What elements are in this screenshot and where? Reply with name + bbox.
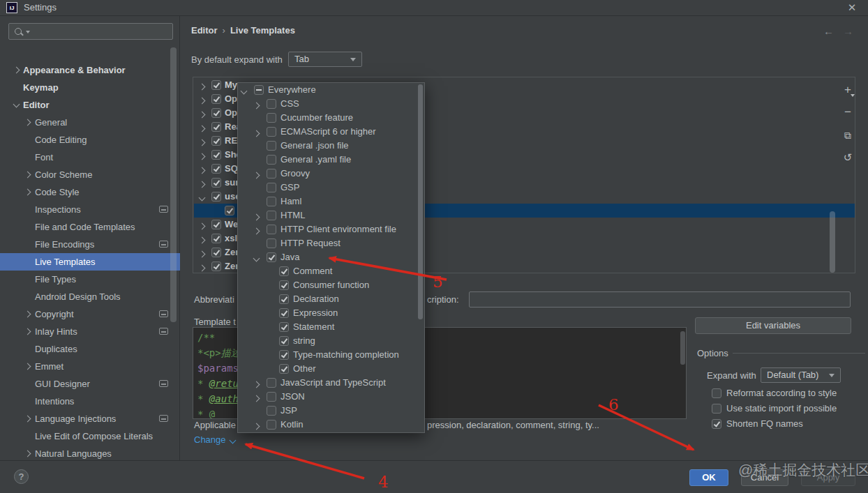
context-checkbox[interactable] bbox=[279, 308, 289, 318]
chevron-right-icon[interactable] bbox=[24, 172, 31, 179]
context-item-everywhere[interactable]: Everywhere bbox=[238, 83, 424, 97]
context-item-jsp[interactable]: JSP bbox=[238, 404, 424, 418]
expand-with-dropdown[interactable]: Default (Tab) bbox=[761, 367, 841, 383]
sidebar-item-general[interactable]: General bbox=[0, 114, 180, 131]
context-item-other[interactable]: Other bbox=[238, 362, 424, 376]
sidebar-item-code-editing[interactable]: Code Editing bbox=[0, 131, 180, 149]
chevron-right-icon[interactable] bbox=[24, 189, 31, 196]
back-arrow-icon[interactable]: ← bbox=[823, 25, 837, 38]
sidebar-item-file-encodings[interactable]: File Encodings bbox=[0, 236, 180, 253]
context-item-css[interactable]: CSS bbox=[238, 97, 424, 111]
context-checkbox[interactable] bbox=[267, 127, 276, 137]
chevron-down-icon[interactable] bbox=[241, 88, 248, 95]
context-checkbox[interactable] bbox=[267, 155, 276, 165]
context-item-cucumber-feature[interactable]: Cucumber feature bbox=[238, 111, 424, 125]
context-item-type-matching-completion[interactable]: Type-matching completion bbox=[238, 348, 424, 362]
close-icon[interactable]: ✕ bbox=[844, 1, 860, 15]
template-checkbox[interactable] bbox=[211, 94, 221, 104]
context-checkbox[interactable] bbox=[267, 113, 276, 123]
context-checkbox[interactable] bbox=[267, 252, 276, 262]
help-button[interactable]: ? bbox=[14, 469, 29, 484]
context-item-json[interactable]: JSON bbox=[238, 390, 424, 404]
template-checkbox[interactable] bbox=[211, 192, 221, 202]
context-checkbox[interactable] bbox=[267, 406, 276, 416]
context-checkbox[interactable] bbox=[267, 183, 276, 192]
chevron-right-icon[interactable] bbox=[199, 223, 206, 230]
template-checkbox[interactable] bbox=[211, 108, 221, 118]
context-item-general-json-file[interactable]: General .json file bbox=[238, 139, 424, 153]
apply-button[interactable]: Apply bbox=[801, 469, 855, 486]
sidebar-item-emmet[interactable]: Emmet bbox=[0, 358, 180, 375]
template-checkbox[interactable] bbox=[211, 220, 221, 229]
chevron-right-icon[interactable] bbox=[199, 98, 206, 105]
chevron-right-icon[interactable] bbox=[24, 311, 31, 318]
chevron-right-icon[interactable] bbox=[199, 139, 206, 146]
chevron-right-icon[interactable] bbox=[253, 228, 260, 235]
context-checkbox[interactable] bbox=[267, 141, 276, 151]
template-checkbox[interactable] bbox=[211, 178, 221, 188]
popup-scrollbar[interactable] bbox=[418, 84, 423, 319]
chevron-right-icon[interactable] bbox=[253, 103, 260, 109]
sidebar-item-appearance-behavior[interactable]: Appearance & Behavior bbox=[0, 61, 180, 79]
chevron-right-icon[interactable] bbox=[24, 328, 31, 335]
sidebar-item-copyright[interactable]: Copyright bbox=[0, 305, 180, 323]
chevron-down-icon[interactable] bbox=[13, 101, 20, 108]
chevron-right-icon[interactable] bbox=[13, 67, 20, 74]
sidebar-item-gui-designer[interactable]: GUI Designer bbox=[0, 375, 180, 393]
context-item-html[interactable]: HTML bbox=[238, 208, 424, 222]
context-checkbox[interactable] bbox=[279, 350, 289, 360]
context-checkbox[interactable] bbox=[279, 294, 289, 304]
chevron-right-icon[interactable] bbox=[199, 112, 206, 119]
chevron-right-icon[interactable] bbox=[24, 450, 31, 457]
context-item-kotlin[interactable]: Kotlin bbox=[238, 418, 424, 432]
template-checkbox[interactable] bbox=[211, 80, 221, 90]
chevron-right-icon[interactable] bbox=[199, 265, 206, 272]
chevron-right-icon[interactable] bbox=[253, 214, 260, 221]
default-expand-dropdown[interactable]: Tab bbox=[288, 52, 362, 67]
context-item-declaration[interactable]: Declaration bbox=[238, 292, 424, 306]
option-checkbox[interactable] bbox=[712, 388, 721, 398]
context-item-haml[interactable]: Haml bbox=[238, 195, 424, 208]
edit-variables-button[interactable]: Edit variables bbox=[695, 317, 851, 334]
context-checkbox[interactable] bbox=[267, 238, 276, 248]
context-checkbox[interactable] bbox=[279, 266, 289, 276]
chevron-right-icon[interactable] bbox=[24, 416, 31, 423]
context-checkbox[interactable] bbox=[267, 420, 276, 430]
context-item-statement[interactable]: Statement bbox=[238, 320, 424, 334]
sidebar-item-duplicates[interactable]: Duplicates bbox=[0, 340, 180, 358]
chevron-right-icon[interactable] bbox=[199, 251, 206, 258]
template-checkbox[interactable] bbox=[211, 122, 221, 132]
chevron-down-icon[interactable] bbox=[199, 195, 206, 202]
sidebar-item-live-templates[interactable]: Live Templates bbox=[0, 253, 180, 271]
context-checkbox[interactable] bbox=[267, 392, 276, 402]
sidebar-scrollbar[interactable] bbox=[170, 47, 177, 322]
change-context-link[interactable]: Change bbox=[194, 434, 226, 445]
context-item-ecmascript-6-or-higher[interactable]: ECMAScript 6 or higher bbox=[238, 125, 424, 139]
sidebar-item-keymap[interactable]: Keymap bbox=[0, 79, 180, 96]
template-list-scrollbar[interactable] bbox=[830, 211, 835, 273]
context-checkbox[interactable] bbox=[267, 99, 276, 109]
context-item-string[interactable]: string bbox=[238, 334, 424, 348]
context-item-java[interactable]: Java bbox=[238, 250, 424, 264]
template-checkbox[interactable] bbox=[211, 136, 221, 146]
chevron-right-icon[interactable] bbox=[199, 181, 206, 188]
editor-scrollbar[interactable] bbox=[680, 331, 685, 365]
sidebar-item-file-and-code-templates[interactable]: File and Code Templates bbox=[0, 218, 180, 236]
sidebar-item-code-style[interactable]: Code Style bbox=[0, 183, 180, 201]
sidebar-item-color-scheme[interactable]: Color Scheme bbox=[0, 166, 180, 183]
sidebar-item-inlay-hints[interactable]: Inlay Hints bbox=[0, 323, 180, 340]
template-checkbox[interactable] bbox=[211, 248, 221, 257]
chevron-right-icon[interactable] bbox=[199, 153, 206, 160]
sidebar-item-inspections[interactable]: Inspections bbox=[0, 201, 180, 218]
option-checkbox[interactable] bbox=[712, 404, 721, 414]
ok-button[interactable]: OK bbox=[689, 469, 728, 486]
sidebar-item-live-edit-of-compose-literals[interactable]: Live Edit of Compose Literals bbox=[0, 427, 180, 445]
template-checkbox[interactable] bbox=[211, 150, 221, 160]
chevron-right-icon[interactable] bbox=[199, 167, 206, 174]
chevron-right-icon[interactable] bbox=[253, 381, 260, 388]
chevron-right-icon[interactable] bbox=[253, 130, 260, 137]
chevron-right-icon[interactable] bbox=[253, 172, 260, 179]
sidebar-item-editor[interactable]: Editor bbox=[0, 96, 180, 114]
context-checkbox[interactable] bbox=[267, 225, 276, 234]
remove-template-button[interactable]: − bbox=[840, 106, 855, 120]
